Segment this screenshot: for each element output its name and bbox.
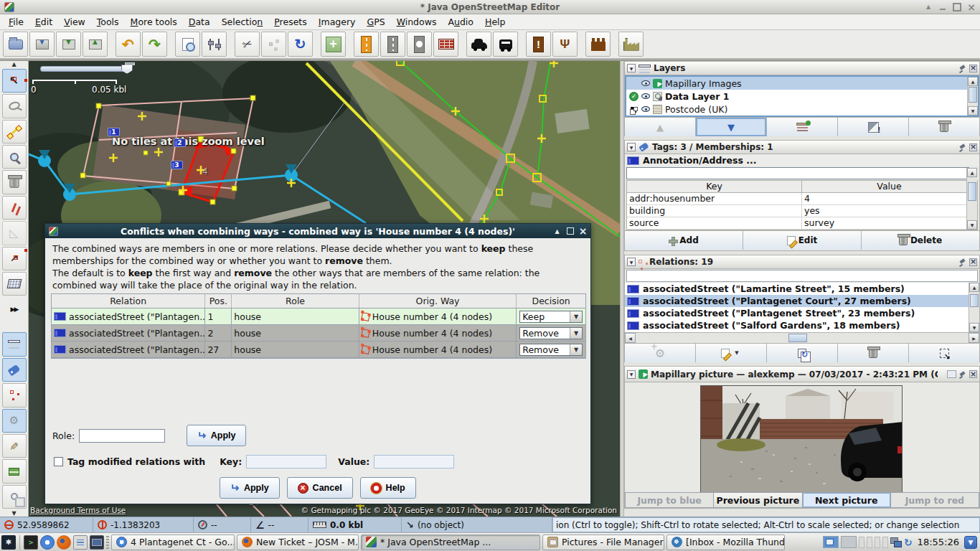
vertical-scrollbar[interactable]	[966, 168, 977, 230]
tray-slot[interactable]	[875, 537, 880, 548]
menu-tools[interactable]: Tools	[91, 14, 125, 29]
workspace-1[interactable]	[823, 536, 839, 548]
panel-close-icon[interactable]	[969, 370, 977, 378]
download-data-button[interactable]	[56, 32, 81, 57]
delete-tool-button[interactable]	[2, 170, 27, 194]
edit-relation-button[interactable]	[696, 344, 767, 362]
relation-list-item[interactable]: associatedStreet ("Plantagenet Court", 2…	[625, 295, 979, 307]
new-relation-button[interactable]	[625, 344, 696, 362]
scrollbar-thumb[interactable]	[970, 294, 979, 307]
layer-opacity-button[interactable]	[838, 118, 909, 136]
scrollbar-thumb[interactable]	[969, 87, 977, 103]
panel-close-icon[interactable]	[969, 143, 977, 151]
select-tool-button[interactable]	[2, 69, 27, 93]
rollup-icon[interactable]	[553, 225, 561, 237]
improve-way-tool-button[interactable]	[2, 247, 27, 270]
menu-data[interactable]: Data	[183, 14, 216, 29]
layer-row[interactable]: Data Layer 1	[626, 90, 978, 103]
select-relation-members-button[interactable]	[909, 344, 979, 362]
combine-way-button[interactable]	[288, 32, 313, 57]
panel-close-icon[interactable]	[969, 65, 977, 72]
help-button[interactable]: Help	[360, 477, 416, 499]
scroll-down-icon[interactable]	[1, 509, 27, 517]
layer-row[interactable]: Mapillary Images	[626, 77, 978, 90]
close-icon[interactable]	[967, 3, 976, 11]
decision-combobox[interactable]: Remove	[519, 327, 583, 339]
settings-icon[interactable]	[947, 370, 956, 378]
delete-layer-button[interactable]	[909, 118, 979, 136]
road-node-button[interactable]	[407, 32, 432, 57]
warning-button[interactable]	[526, 32, 551, 57]
firefox-launcher-icon[interactable]	[57, 535, 71, 550]
conflict-table-row[interactable]: associatedStreet ("Plantagen...1houseHou…	[52, 309, 585, 325]
taskbar-window-button[interactable]: [Inbox - Mozilla Thund...	[666, 534, 785, 550]
menu-more-tools[interactable]: More tools	[125, 14, 183, 29]
car-button[interactable]	[466, 32, 491, 57]
previous-picture-button[interactable]: Previous picture	[714, 492, 802, 508]
zoom-tool-button[interactable]	[2, 145, 27, 169]
key-input[interactable]	[246, 455, 326, 468]
visibility-eye-icon[interactable]	[641, 106, 650, 112]
menu-file[interactable]: File	[3, 14, 29, 29]
visibility-eye-icon[interactable]	[641, 93, 650, 99]
relations-list[interactable]: associatedStreet ("Lamartine Street", 15…	[625, 283, 979, 332]
maximize-icon[interactable]	[953, 3, 961, 11]
preferences-button[interactable]	[202, 32, 227, 57]
parallel-tool-button[interactable]	[2, 196, 27, 220]
scroll-up-icon[interactable]	[969, 283, 979, 292]
display-launcher-icon[interactable]	[90, 535, 104, 550]
undo-button[interactable]	[116, 32, 141, 57]
apply-button[interactable]: Apply	[220, 477, 279, 499]
next-picture-button[interactable]: Next picture	[803, 492, 891, 508]
pin-icon[interactable]	[959, 65, 966, 72]
pin-icon[interactable]	[959, 371, 966, 378]
castle-button[interactable]	[585, 32, 611, 57]
presets-toggle-button[interactable]	[2, 459, 27, 483]
vertical-scrollbar[interactable]	[969, 283, 979, 332]
conflict-table-row[interactable]: associatedStreet ("Plantagen...2houseHou…	[52, 325, 585, 342]
menu-selection[interactable]: Selection	[216, 14, 269, 29]
app-menu-icon[interactable]	[1, 535, 16, 550]
tray-expand-icon[interactable]	[964, 536, 977, 549]
layers-list[interactable]: Mapillary ImagesData Layer 1Postcode (UK…	[625, 75, 979, 117]
taskbar-window-button[interactable]: * Java OpenStreetMap ...	[361, 534, 540, 550]
scrollbar-thumb[interactable]	[788, 334, 807, 342]
motorway-button[interactable]	[354, 32, 379, 57]
scroll-up-icon[interactable]	[1, 61, 27, 68]
extrude-tool-button[interactable]	[2, 221, 27, 245]
collapse-icon[interactable]	[627, 64, 636, 72]
scroll-down-icon[interactable]	[968, 106, 978, 116]
relation-list-item[interactable]: associatedStreet ("Lamartine Street", 15…	[625, 283, 979, 295]
restaurant-button[interactable]	[552, 32, 578, 57]
maximize-icon[interactable]	[566, 225, 574, 237]
terminal-launcher-icon[interactable]	[24, 535, 38, 550]
menu-audio[interactable]: Audio	[442, 14, 479, 29]
collapse-icon[interactable]	[627, 258, 636, 266]
menu-view[interactable]: View	[58, 14, 91, 29]
delete-relation-button[interactable]	[838, 344, 909, 362]
tag-row[interactable]: sourcesurvey	[627, 217, 977, 230]
tags-table[interactable]: Key Value addr:housenumber4buildingyesso…	[626, 180, 978, 230]
tags-membership-field[interactable]	[626, 167, 969, 179]
minimize-icon[interactable]	[938, 3, 947, 11]
add-tag-button[interactable]: Add	[625, 231, 743, 250]
tags-toggle-button[interactable]	[2, 358, 27, 382]
layer-row[interactable]: Postcode (UK)	[626, 103, 978, 116]
tray-slot[interactable]	[867, 537, 872, 548]
background-terms-link[interactable]: Background Terms of Use	[30, 506, 126, 514]
apply-role-button[interactable]: Apply	[187, 425, 246, 446]
decision-combobox[interactable]: Remove	[519, 344, 583, 356]
zoom-slider[interactable]	[40, 66, 128, 72]
chevron-down-icon[interactable]	[570, 311, 582, 322]
wall-button[interactable]	[433, 32, 458, 57]
scroll-left-icon[interactable]	[625, 333, 636, 343]
relation-list-item[interactable]: associatedStreet ("Plantagenet Street", …	[625, 307, 979, 319]
shapes-toggle-button[interactable]	[2, 485, 27, 509]
merge-layers-button[interactable]	[767, 118, 838, 136]
layers-toggle-button[interactable]	[2, 332, 27, 356]
layer-up-button[interactable]	[625, 118, 696, 136]
upload-data-button[interactable]	[83, 32, 108, 57]
menu-imagery[interactable]: Imagery	[313, 14, 362, 29]
menu-gps[interactable]: GPS	[361, 14, 390, 29]
preset-row[interactable]: Annotation/Address ...	[625, 154, 979, 166]
